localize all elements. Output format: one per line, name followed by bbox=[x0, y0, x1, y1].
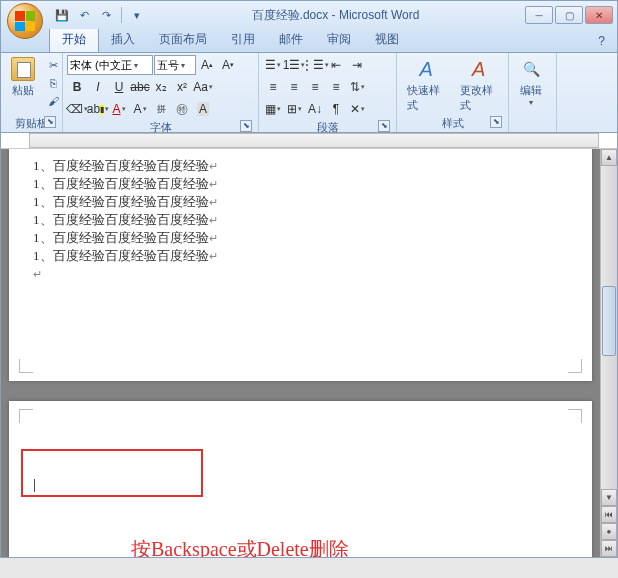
font-size-combo[interactable]: 五号▾ bbox=[154, 55, 196, 75]
paste-icon bbox=[11, 57, 35, 81]
justify-button[interactable]: ≡ bbox=[326, 77, 346, 97]
paste-button[interactable]: 粘贴 bbox=[5, 55, 41, 100]
titlebar: 💾 ↶ ↷ ▾ 百度经验.docx - Microsoft Word ─ ▢ ✕ bbox=[1, 1, 617, 29]
line-spacing-button[interactable]: ⇅ bbox=[347, 77, 367, 97]
group-label-styles: 样式 bbox=[442, 117, 464, 129]
tab-review[interactable]: 审阅 bbox=[315, 27, 363, 52]
tab-references[interactable]: 引用 bbox=[219, 27, 267, 52]
prev-page-button[interactable]: ⏮ bbox=[601, 506, 617, 523]
text-highlight-button[interactable]: ab▮ bbox=[88, 99, 108, 119]
bold-button[interactable]: B bbox=[67, 77, 87, 97]
scroll-down-button[interactable]: ▼ bbox=[601, 489, 617, 506]
redo-icon[interactable]: ↷ bbox=[97, 6, 115, 24]
char-border-button[interactable]: A bbox=[130, 99, 150, 119]
group-label-font: 字体 bbox=[150, 121, 172, 133]
multilevel-button[interactable]: ⋮☰ bbox=[305, 55, 325, 75]
bullets-button[interactable]: ☰ bbox=[263, 55, 283, 75]
align-right-button[interactable]: ≡ bbox=[305, 77, 325, 97]
clipboard-launcher[interactable]: ⬊ bbox=[44, 116, 56, 128]
quick-access-toolbar: 💾 ↶ ↷ ▾ bbox=[53, 6, 146, 24]
office-button[interactable] bbox=[7, 3, 43, 39]
increase-indent-button[interactable]: ⇥ bbox=[347, 55, 367, 75]
decrease-indent-button[interactable]: ⇤ bbox=[326, 55, 346, 75]
page-corner-icon bbox=[19, 409, 33, 423]
close-button[interactable]: ✕ bbox=[585, 6, 613, 24]
asian-layout-button[interactable]: ✕ bbox=[347, 99, 367, 119]
shrink-font-button[interactable]: A▾ bbox=[218, 55, 238, 75]
save-icon[interactable]: 💾 bbox=[53, 6, 71, 24]
undo-icon[interactable]: ↶ bbox=[75, 6, 93, 24]
ruler[interactable] bbox=[1, 133, 617, 149]
italic-button[interactable]: I bbox=[88, 77, 108, 97]
tab-view[interactable]: 视图 bbox=[363, 27, 411, 52]
superscript-button[interactable]: x² bbox=[172, 77, 192, 97]
scrollbar-thumb[interactable] bbox=[602, 286, 616, 356]
char-shading-button[interactable]: A bbox=[193, 99, 213, 119]
phonetic-button[interactable]: 拼 bbox=[151, 99, 171, 119]
window-title: 百度经验.docx - Microsoft Word bbox=[146, 7, 525, 24]
group-label-paragraph: 段落 bbox=[317, 121, 339, 133]
quick-styles-icon: A bbox=[414, 57, 438, 81]
show-marks-button[interactable]: ¶ bbox=[326, 99, 346, 119]
ribbon-tabs: 开始 插入 页面布局 引用 邮件 审阅 视图 ? bbox=[1, 29, 617, 53]
tab-layout[interactable]: 页面布局 bbox=[147, 27, 219, 52]
find-icon: 🔍 bbox=[519, 57, 543, 81]
doc-line[interactable]: 1、百度经验百度经验百度经验↵ bbox=[33, 247, 568, 265]
text-cursor[interactable]: | bbox=[33, 477, 36, 493]
help-icon[interactable]: ? bbox=[594, 30, 609, 52]
clear-format-button[interactable]: ⌫ bbox=[67, 99, 87, 119]
app-window: 💾 ↶ ↷ ▾ 百度经验.docx - Microsoft Word ─ ▢ ✕… bbox=[0, 0, 618, 558]
copy-icon[interactable]: ⎘ bbox=[44, 75, 62, 91]
enclose-char-button[interactable]: ㊕ bbox=[172, 99, 192, 119]
align-center-button[interactable]: ≡ bbox=[284, 77, 304, 97]
cut-icon[interactable]: ✂ bbox=[44, 57, 62, 73]
page-corner-icon bbox=[568, 409, 582, 423]
grow-font-button[interactable]: A▴ bbox=[197, 55, 217, 75]
change-styles-button[interactable]: A 更改样式 bbox=[454, 55, 505, 115]
subscript-button[interactable]: x₂ bbox=[151, 77, 171, 97]
doc-line[interactable]: ↵ bbox=[33, 265, 568, 283]
doc-line[interactable]: 1、百度经验百度经验百度经验↵ bbox=[33, 229, 568, 247]
styles-launcher[interactable]: ⬊ bbox=[490, 116, 502, 128]
document-area: 1、百度经验百度经验百度经验↵ 1、百度经验百度经验百度经验↵ 1、百度经验百度… bbox=[1, 149, 617, 557]
font-name-combo[interactable]: 宋体 (中文正▾ bbox=[67, 55, 153, 75]
doc-line[interactable]: 1、百度经验百度经验百度经验↵ bbox=[33, 157, 568, 175]
doc-line[interactable]: 1、百度经验百度经验百度经验↵ bbox=[33, 175, 568, 193]
doc-line[interactable]: 1、百度经验百度经验百度经验↵ bbox=[33, 193, 568, 211]
strikethrough-button[interactable]: abc bbox=[130, 77, 150, 97]
shading-button[interactable]: ▦ bbox=[263, 99, 283, 119]
editing-button[interactable]: 🔍 编辑 ▾ bbox=[513, 55, 549, 109]
align-left-button[interactable]: ≡ bbox=[263, 77, 283, 97]
change-case-button[interactable]: Aa bbox=[193, 77, 213, 97]
annotation-text: 按Backspace或Delete删除 bbox=[131, 536, 349, 557]
scroll-up-button[interactable]: ▲ bbox=[601, 149, 617, 166]
ribbon: 粘贴 ✂ ⎘ 🖌 剪贴板⬊ 宋体 (中文正▾ 五号▾ A▴ A▾ B bbox=[1, 53, 617, 133]
scrollbar-track[interactable] bbox=[601, 166, 617, 489]
page-corner-icon bbox=[568, 359, 582, 373]
vertical-scrollbar[interactable]: ▲ ▼ ⏮ ● ⏭ bbox=[600, 149, 617, 557]
paragraph-launcher[interactable]: ⬊ bbox=[378, 120, 390, 132]
sort-button[interactable]: A↓ bbox=[305, 99, 325, 119]
browse-object-button[interactable]: ● bbox=[601, 523, 617, 540]
page-1[interactable]: 1、百度经验百度经验百度经验↵ 1、百度经验百度经验百度经验↵ 1、百度经验百度… bbox=[9, 149, 592, 381]
tab-mailings[interactable]: 邮件 bbox=[267, 27, 315, 52]
highlight-box bbox=[21, 449, 203, 497]
doc-line[interactable]: 1、百度经验百度经验百度经验↵ bbox=[33, 211, 568, 229]
maximize-button[interactable]: ▢ bbox=[555, 6, 583, 24]
tab-insert[interactable]: 插入 bbox=[99, 27, 147, 52]
underline-button[interactable]: U bbox=[109, 77, 129, 97]
change-styles-icon: A bbox=[467, 57, 491, 81]
font-color-button[interactable]: A bbox=[109, 99, 129, 119]
page-corner-icon bbox=[19, 359, 33, 373]
next-page-button[interactable]: ⏭ bbox=[601, 540, 617, 557]
page-2[interactable]: | 按Backspace或Delete删除 bbox=[9, 401, 592, 557]
format-painter-icon[interactable]: 🖌 bbox=[44, 93, 62, 109]
tab-home[interactable]: 开始 bbox=[49, 26, 99, 52]
quick-styles-button[interactable]: A 快速样式 bbox=[401, 55, 452, 115]
font-launcher[interactable]: ⬊ bbox=[240, 120, 252, 132]
borders-button[interactable]: ⊞ bbox=[284, 99, 304, 119]
qat-customize-icon[interactable]: ▾ bbox=[128, 6, 146, 24]
minimize-button[interactable]: ─ bbox=[525, 6, 553, 24]
